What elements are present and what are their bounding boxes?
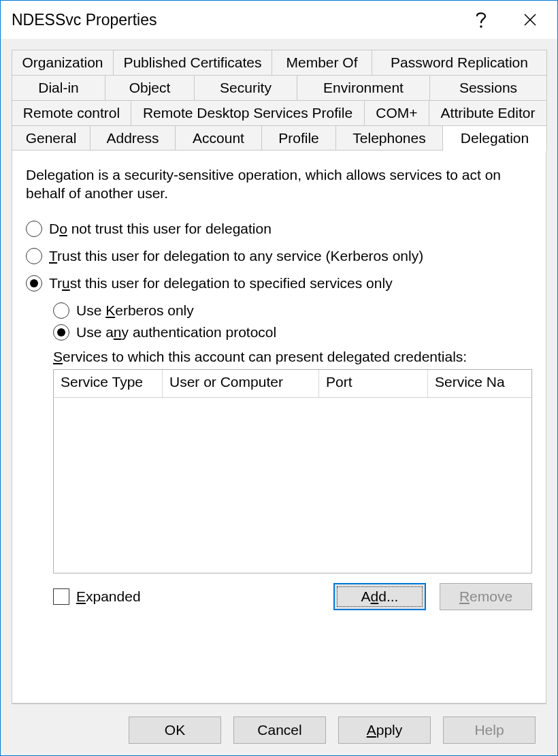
column-user-or-computer[interactable]: User or Computer	[163, 370, 319, 397]
radio-icon	[26, 275, 42, 292]
tab-published-certificates[interactable]: Published Certificates	[113, 50, 272, 76]
radio-icon	[26, 248, 42, 264]
tab-address[interactable]: Address	[90, 125, 176, 151]
window-title: NDESSvc Properties	[12, 11, 457, 29]
cancel-button[interactable]: Cancel	[233, 716, 326, 744]
radio-trust-specified-label: Trust this user for delegation to specif…	[49, 275, 393, 292]
radio-trust-specified[interactable]: Trust this user for delegation to specif…	[26, 275, 532, 292]
tab-sessions[interactable]: Sessions	[429, 75, 547, 101]
delegation-description: Delegation is a security-sensitive opera…	[26, 166, 532, 203]
dialog-buttons: OK Cancel Apply Help	[12, 704, 546, 755]
help-button[interactable]: Help	[443, 716, 536, 744]
column-port[interactable]: Port	[319, 370, 428, 397]
listview-header: Service Type User or Computer Port Servi…	[54, 370, 531, 398]
radio-no-trust[interactable]: Do not trust this user for delegation	[26, 221, 532, 237]
help-icon[interactable]	[457, 1, 506, 39]
radio-any-auth[interactable]: Use any authentication protocol	[53, 324, 532, 341]
tab-attribute-editor[interactable]: Attribute Editor	[429, 100, 547, 126]
tab-object[interactable]: Object	[105, 75, 195, 101]
services-list-label: Services to which this account can prese…	[53, 349, 532, 365]
radio-no-trust-label: Do not trust this user for delegation	[49, 221, 272, 237]
add-button[interactable]: Add...	[333, 583, 426, 610]
delegation-panel: Delegation is a security-sensitive opera…	[12, 150, 546, 704]
tab-delegation[interactable]: Delegation	[442, 125, 547, 151]
tab-security[interactable]: Security	[194, 75, 297, 101]
column-service-name[interactable]: Service Na	[428, 370, 531, 397]
services-listview[interactable]: Service Type User or Computer Port Servi…	[53, 369, 532, 573]
radio-kerberos-only[interactable]: Use Kerberos only	[53, 302, 532, 319]
radio-trust-any-label: Trust this user for delegation to any se…	[49, 248, 423, 264]
svg-point-0	[480, 25, 482, 27]
close-icon[interactable]	[506, 1, 555, 39]
list-controls-row: Expanded Add... Remove	[53, 583, 532, 610]
properties-dialog: NDESSvc Properties Organization Publishe…	[0, 0, 558, 756]
tab-environment[interactable]: Environment	[297, 75, 430, 101]
tab-dial-in[interactable]: Dial-in	[12, 75, 105, 101]
ok-button[interactable]: OK	[129, 716, 221, 744]
tab-organization[interactable]: Organization	[12, 50, 114, 76]
tab-general[interactable]: General	[12, 125, 91, 151]
tab-com-plus[interactable]: COM+	[364, 100, 429, 126]
tab-remote-desktop-services-profile[interactable]: Remote Desktop Services Profile	[131, 100, 365, 126]
expanded-checkbox[interactable]	[53, 588, 69, 605]
radio-trust-any[interactable]: Trust this user for delegation to any se…	[26, 248, 532, 264]
tab-account[interactable]: Account	[175, 125, 262, 151]
radio-icon	[26, 221, 42, 237]
tab-strip: Organization Published Certificates Memb…	[12, 50, 546, 151]
radio-any-auth-label: Use any authentication protocol	[76, 324, 276, 341]
expanded-label: Expanded	[76, 588, 141, 605]
apply-button[interactable]: Apply	[338, 716, 431, 744]
radio-kerberos-only-label: Use Kerberos only	[76, 302, 194, 319]
tab-member-of[interactable]: Member Of	[272, 50, 372, 76]
remove-button[interactable]: Remove	[440, 583, 532, 610]
tab-password-replication[interactable]: Password Replication	[372, 50, 547, 76]
tab-telephones[interactable]: Telephones	[335, 125, 443, 151]
sub-radio-group: Use Kerberos only Use any authentication…	[53, 297, 532, 610]
tab-remote-control[interactable]: Remote control	[12, 100, 131, 126]
titlebar: NDESSvc Properties	[1, 1, 557, 39]
client-area: Organization Published Certificates Memb…	[1, 39, 557, 755]
radio-icon	[53, 302, 69, 319]
radio-icon	[53, 324, 69, 341]
column-service-type[interactable]: Service Type	[54, 370, 163, 397]
tab-profile[interactable]: Profile	[261, 125, 336, 151]
